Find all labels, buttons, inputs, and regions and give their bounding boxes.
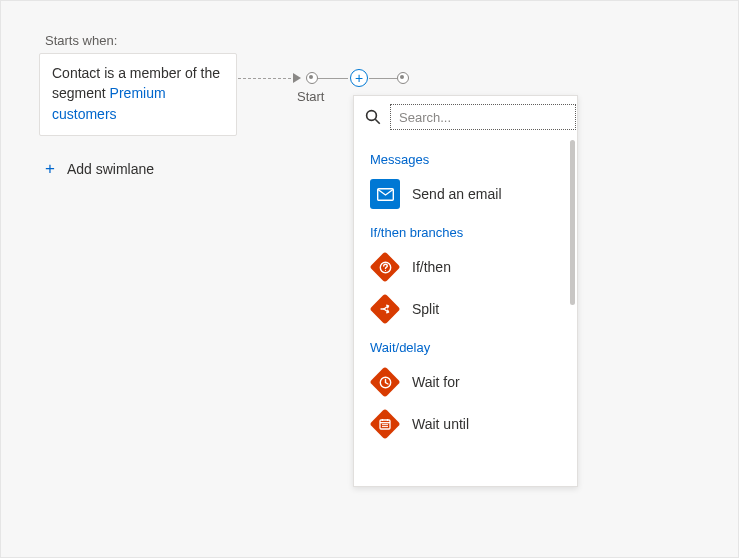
action-label: Wait until — [412, 416, 469, 432]
scrollbar[interactable] — [570, 140, 575, 305]
start-node[interactable] — [306, 72, 318, 84]
search-input[interactable] — [390, 104, 576, 130]
add-step-button[interactable]: + — [350, 69, 368, 87]
action-picker-popup: Messages Send an email If/then branches — [353, 95, 578, 487]
add-swimlane-label: Add swimlane — [67, 161, 154, 177]
action-label: Split — [412, 301, 439, 317]
connector-line — [369, 78, 397, 79]
svg-line-1 — [375, 119, 380, 124]
clock-icon — [370, 367, 400, 397]
action-if-then[interactable]: If/then — [354, 246, 577, 288]
action-list: Messages Send an email If/then branches — [354, 136, 577, 486]
svg-point-0 — [367, 111, 377, 121]
action-label: Wait for — [412, 374, 460, 390]
calendar-icon — [370, 409, 400, 439]
section-header-messages: Messages — [354, 142, 577, 173]
plus-icon: + — [45, 159, 55, 179]
section-header-branches: If/then branches — [354, 215, 577, 246]
email-icon — [370, 179, 400, 209]
connector-line — [318, 78, 348, 79]
search-row — [354, 96, 577, 136]
split-icon — [370, 294, 400, 324]
action-label: Send an email — [412, 186, 502, 202]
action-send-email[interactable]: Send an email — [354, 173, 577, 215]
connector-dashed-line — [238, 78, 296, 79]
starts-when-label: Starts when: — [45, 33, 117, 48]
question-icon — [370, 252, 400, 282]
search-icon — [364, 108, 382, 126]
action-wait-for[interactable]: Wait for — [354, 361, 577, 403]
add-swimlane-button[interactable]: + Add swimlane — [45, 159, 154, 179]
start-node-label: Start — [297, 89, 324, 104]
plus-icon: + — [355, 71, 363, 85]
action-split[interactable]: Split — [354, 288, 577, 330]
arrow-icon — [293, 73, 301, 83]
svg-point-4 — [384, 269, 385, 270]
end-node[interactable] — [397, 72, 409, 84]
section-header-wait: Wait/delay — [354, 330, 577, 361]
trigger-card[interactable]: Contact is a member of the segment Premi… — [39, 53, 237, 136]
action-label: If/then — [412, 259, 451, 275]
action-wait-until[interactable]: Wait until — [354, 403, 577, 445]
